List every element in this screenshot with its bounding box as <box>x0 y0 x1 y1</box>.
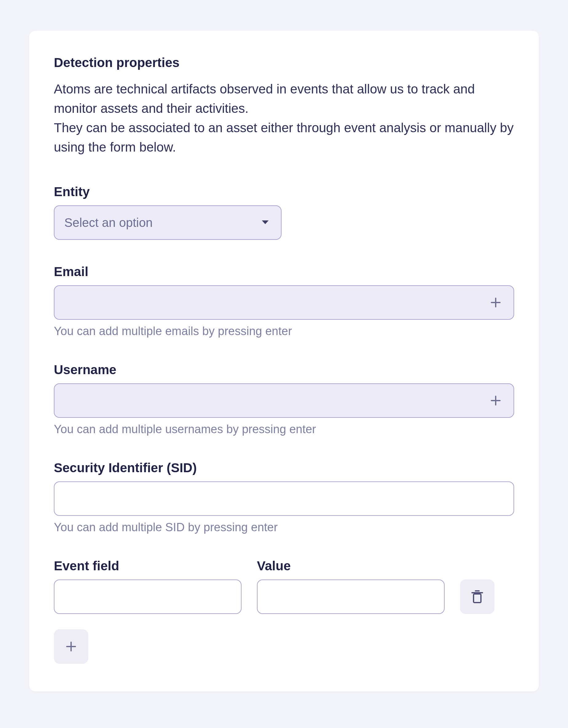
section-description: Atoms are technical artifacts observed i… <box>54 79 514 157</box>
username-add-button[interactable] <box>487 391 505 410</box>
event-field-value-input[interactable] <box>257 580 445 614</box>
email-field-group: Email You can add multiple emails by pre… <box>54 264 514 338</box>
section-title: Detection properties <box>54 55 514 70</box>
add-row-button[interactable] <box>54 629 88 664</box>
entity-field-group: Entity Select an option <box>54 184 514 240</box>
email-label: Email <box>54 264 514 279</box>
description-line-2: They can be associated to an asset eithe… <box>54 121 514 154</box>
delete-row-button[interactable] <box>460 580 495 614</box>
entity-select-placeholder: Select an option <box>64 216 153 230</box>
event-field-label: Event field <box>54 559 241 573</box>
email-helper: You can add multiple emails by pressing … <box>54 325 514 338</box>
event-field-key-col: Event field <box>54 559 241 614</box>
description-line-1: Atoms are technical artifacts observed i… <box>54 82 475 116</box>
username-helper: You can add multiple usernames by pressi… <box>54 423 514 436</box>
username-field-group: Username You can add multiple usernames … <box>54 362 514 436</box>
entity-label: Entity <box>54 184 514 199</box>
event-field-key-input[interactable] <box>54 580 241 614</box>
username-label: Username <box>54 362 514 377</box>
sid-helper: You can add multiple SID by pressing ent… <box>54 521 514 534</box>
email-input-wrapper <box>54 285 514 320</box>
email-input[interactable] <box>54 285 514 320</box>
entity-select-wrapper: Select an option <box>54 205 281 240</box>
detection-properties-card: Detection properties Atoms are technical… <box>29 31 539 691</box>
plus-icon <box>65 640 77 653</box>
event-field-row: Event field Value <box>54 559 514 614</box>
event-field-value-col: Value <box>257 559 445 614</box>
trash-icon <box>471 590 484 604</box>
svg-rect-6 <box>474 594 481 603</box>
entity-select[interactable]: Select an option <box>54 205 281 240</box>
value-label: Value <box>257 559 445 573</box>
plus-icon <box>490 394 502 407</box>
username-input[interactable] <box>54 383 514 418</box>
sid-field-group: Security Identifier (SID) You can add mu… <box>54 461 514 534</box>
sid-input-wrapper <box>54 481 514 516</box>
sid-label: Security Identifier (SID) <box>54 461 514 475</box>
email-add-button[interactable] <box>487 293 505 312</box>
sid-input[interactable] <box>54 481 514 516</box>
username-input-wrapper <box>54 383 514 418</box>
plus-icon <box>490 296 502 309</box>
